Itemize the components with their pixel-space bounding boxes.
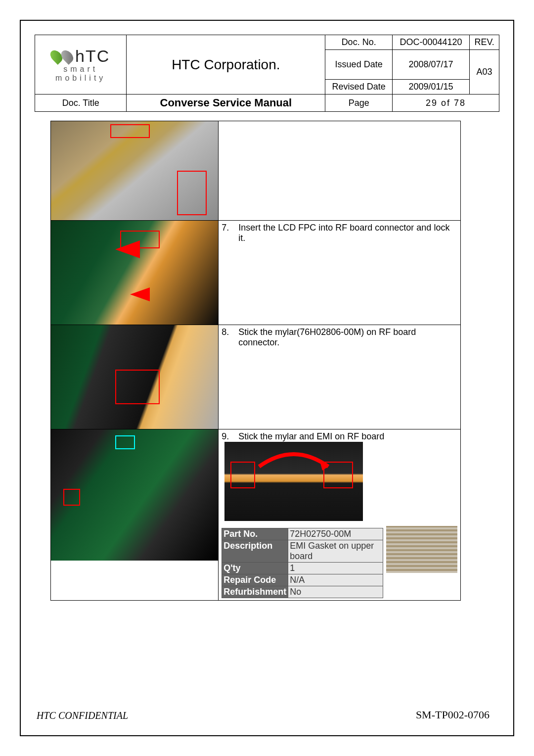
mini-label: Description xyxy=(222,540,288,563)
mini-value: N/A xyxy=(288,574,383,586)
mini-label: Part No. xyxy=(222,528,288,540)
table-row: 9. Stick the mylar and EMI on RF board xyxy=(51,429,461,601)
mini-value: EMI Gasket on upper board xyxy=(288,540,383,563)
table-row: 7. Insert the LCD FPC into RF board conn… xyxy=(51,221,461,325)
step-image xyxy=(51,325,218,429)
table-row xyxy=(51,121,461,221)
doc-title-label: Doc. Title xyxy=(35,94,127,112)
page-value: 29 of 78 xyxy=(393,94,499,112)
revised-date-label: Revised Date xyxy=(325,80,393,94)
table-row: 8. Stick the mylar(76H02806-00M) on RF b… xyxy=(51,325,461,429)
issued-date-label: Issued Date xyxy=(325,50,393,80)
step-text: Insert the LCD FPC into RF board connect… xyxy=(238,223,457,243)
step-image xyxy=(51,221,218,325)
mini-label: Refurbishment xyxy=(222,586,288,598)
doc-title-value: Converse Service Manual xyxy=(127,94,325,112)
step-number: 8. xyxy=(222,327,233,348)
revised-date-value: 2009/01/15 xyxy=(393,80,470,94)
rev-value: A03 xyxy=(470,50,499,94)
page-label: Page xyxy=(325,94,393,112)
logo-text: hTC xyxy=(75,47,110,66)
doc-no-label: Doc. No. xyxy=(325,35,393,50)
curved-arrow-icon xyxy=(254,447,333,472)
issued-date-value: 2008/07/17 xyxy=(393,50,470,80)
component-image xyxy=(386,526,457,573)
mini-value: No xyxy=(288,586,383,598)
rev-label: REV. xyxy=(470,35,499,50)
step-text-empty xyxy=(219,121,461,221)
logo-cell: hTC smart mobility xyxy=(35,35,127,94)
footer-confidential: HTC CONFIDENTIAL xyxy=(37,710,128,721)
mini-label: Q'ty xyxy=(222,563,288,574)
mini-label: Repair Code xyxy=(222,574,288,586)
step-image xyxy=(51,429,218,561)
document-header-table: hTC smart mobility HTC Corporation. Doc.… xyxy=(35,35,499,112)
logo-subtitle: smart mobility xyxy=(37,65,124,83)
step-number: 7. xyxy=(222,223,233,243)
company-name: HTC Corporation. xyxy=(127,35,325,94)
step-text: Stick the mylar(76H02806-00M) on RF boar… xyxy=(238,327,457,348)
step-text: Stick the mylar and EMI on RF board xyxy=(238,431,384,442)
mini-value: 72H02750-00M xyxy=(288,528,383,540)
part-mini-table: Part No.72H02750-00M DescriptionEMI Gask… xyxy=(222,528,383,598)
mini-value: 1 xyxy=(288,563,383,574)
htc-logo-icon xyxy=(51,49,72,63)
doc-no-value: DOC-00044120 xyxy=(393,35,470,50)
step-image xyxy=(51,121,218,220)
step-number: 9. xyxy=(222,431,233,442)
step-detail-image xyxy=(224,442,363,521)
instruction-table: 7. Insert the LCD FPC into RF board conn… xyxy=(50,121,461,601)
footer-doc-code: SM-TP002-0706 xyxy=(416,709,490,721)
